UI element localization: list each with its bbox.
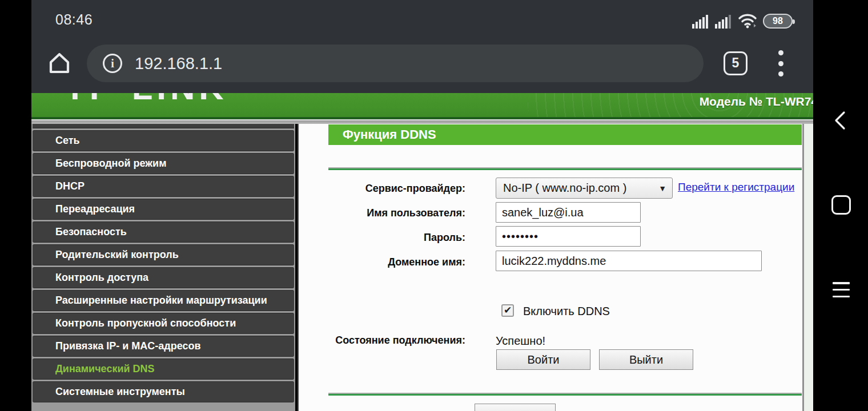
ddns-settings-panel: Функция DDNS Сервис-провайдер: No-IP ( w… <box>298 124 804 411</box>
sidebar-item-partial[interactable] <box>33 124 294 128</box>
page-right-margin <box>804 124 813 411</box>
screen: 08:46 <box>0 0 868 411</box>
wifi-icon <box>738 13 757 29</box>
sidebar-item-access-control[interactable]: Контроль доступа <box>33 267 294 288</box>
connection-status-label: Состояние подключения: <box>299 335 465 346</box>
sidebar-item-ip-mac-binding[interactable]: Привязка IP- и MAC-адресов <box>33 336 294 357</box>
checkmark-icon: ✔ <box>504 305 512 316</box>
sidebar-item-parental[interactable]: Родительский контроль <box>33 244 294 265</box>
provider-label: Сервис-провайдер: <box>299 183 465 195</box>
divider-top-green <box>328 168 802 170</box>
sidebar-item-bandwidth[interactable]: Контроль пропускной способности <box>33 313 294 334</box>
browser-menu-icon[interactable] <box>778 50 785 76</box>
battery-percent: 98 <box>773 16 783 26</box>
domain-label: Доменное имя: <box>299 256 465 268</box>
register-link[interactable]: Перейти к регистрации <box>678 181 794 194</box>
enable-ddns-label: Включить DDNS <box>523 305 610 318</box>
page-title: Функция DDNS <box>328 124 802 145</box>
cell-signal-icon-sim1 <box>692 13 709 29</box>
sidebar-item-forwarding[interactable]: Переадресация <box>33 199 294 220</box>
username-label: Имя пользователя: <box>299 207 465 219</box>
url-text[interactable]: 192.168.1.1 <box>135 54 222 73</box>
status-time: 08:46 <box>55 11 93 28</box>
tab-count: 5 <box>732 55 740 70</box>
home-icon[interactable] <box>49 51 70 74</box>
sidebar-item-dynamic-dns[interactable]: Динамический DNS <box>33 358 294 380</box>
tplink-logo: TP-LINK <box>65 93 228 107</box>
sidebar-menu: Сеть Беспроводной режим DHCP Переадресац… <box>31 124 295 411</box>
url-bar[interactable]: i 192.168.1.1 <box>87 45 704 82</box>
divider-bottom-green <box>328 394 802 396</box>
router-header: TP-LINK Модель № TL-WR74 <box>31 93 813 117</box>
android-recents-icon[interactable] <box>833 282 850 297</box>
browser-toolbar: 08:46 <box>31 0 813 93</box>
sidebar-item-security[interactable]: Безопасность <box>33 221 294 243</box>
password-input[interactable] <box>496 226 641 247</box>
status-icons: 98 <box>692 13 793 29</box>
android-home-icon[interactable] <box>831 195 851 215</box>
tab-switcher-button[interactable]: 5 <box>724 51 748 75</box>
page-info-icon[interactable]: i <box>103 54 122 73</box>
router-model-label: Модель № TL-WR74 <box>700 95 813 108</box>
sidebar-item-network[interactable]: Сеть <box>33 130 294 151</box>
provider-select[interactable]: No-IP ( www.no-ip.com ) ▼ <box>496 178 673 199</box>
sidebar-item-advanced-routing[interactable]: Расширенные настройки маршрутизации <box>33 290 294 311</box>
password-label: Пароль: <box>299 232 465 244</box>
enable-ddns-checkbox[interactable]: ✔ <box>501 304 514 317</box>
cell-signal-icon-sim2 <box>715 13 732 29</box>
dropdown-arrow-icon: ▼ <box>658 178 666 199</box>
login-button[interactable]: Войти <box>496 349 590 370</box>
sidebar-item-system-tools[interactable]: Системные инструменты <box>33 381 294 402</box>
save-button[interactable]: Сохранить <box>475 404 556 411</box>
android-back-icon[interactable] <box>833 111 847 130</box>
provider-selected-value: No-IP ( www.no-ip.com ) <box>503 182 626 194</box>
battery-indicator: 98 <box>763 14 793 29</box>
sidebar-item-wireless[interactable]: Беспроводной режим <box>33 153 294 174</box>
username-input[interactable] <box>496 202 641 223</box>
connection-status-value: Успешно! <box>496 335 545 348</box>
logout-button[interactable]: Выйти <box>599 349 693 370</box>
domain-input[interactable] <box>496 251 762 271</box>
sidebar-item-dhcp[interactable]: DHCP <box>33 176 294 197</box>
